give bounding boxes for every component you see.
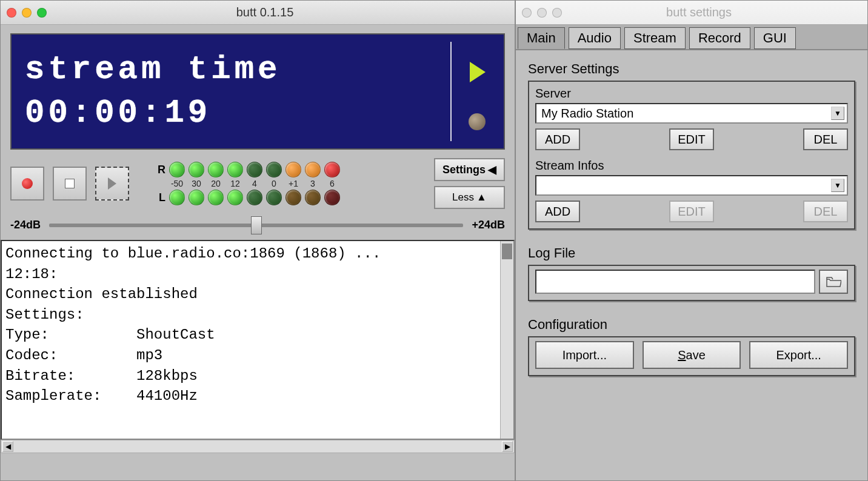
vu-tick: +1	[285, 179, 301, 188]
close-icon[interactable]	[522, 8, 532, 18]
led	[266, 190, 282, 205]
server-settings-panel: Server My Radio Station ▼ ADD EDIT DEL S…	[528, 81, 855, 230]
minimize-icon[interactable]	[22, 8, 32, 18]
save-button[interactable]: Save	[643, 341, 741, 369]
settings-button[interactable]: Settings◀	[434, 158, 505, 181]
tab-gui[interactable]: GUI	[754, 27, 796, 49]
vu-meter: R -50 30 20 12 4 0 +1 3 6	[140, 162, 423, 205]
server-settings-label: Server Settings	[528, 61, 855, 77]
tab-stream[interactable]: Stream	[624, 27, 686, 49]
log-file-label: Log File	[528, 245, 855, 261]
horizontal-scrollbar[interactable]: ◀ ▶	[1, 440, 515, 453]
record-button[interactable]	[10, 167, 44, 201]
vu-tick: 12	[227, 179, 243, 188]
play-indicator-icon	[470, 62, 486, 82]
log-text: Connecting to blue.radio.co:1869 (1868) …	[5, 245, 381, 404]
main-window: butt 0.1.15 stream time 00:00:19 R	[0, 0, 515, 481]
record-indicator-icon	[469, 113, 486, 130]
server-select[interactable]: My Radio Station ▼	[535, 103, 848, 124]
led	[324, 190, 340, 205]
export-button[interactable]: Export...	[749, 341, 848, 369]
server-add-button[interactable]: ADD	[535, 128, 580, 150]
vu-left-row: L	[152, 190, 340, 205]
led	[247, 190, 262, 205]
stream-add-button[interactable]: ADD	[535, 201, 580, 222]
stop-icon	[65, 179, 75, 188]
vu-tick: 0	[266, 179, 282, 188]
led	[247, 162, 262, 177]
configuration-buttons: Import... Save Export...	[535, 341, 848, 369]
settings-window-title: butt settings	[573, 5, 861, 19]
stream-del-button: DEL	[803, 201, 848, 222]
stop-button[interactable]	[53, 167, 87, 201]
tab-label: Stream	[633, 30, 676, 46]
record-icon	[22, 178, 33, 189]
play-icon	[108, 177, 116, 190]
stream-infos-select[interactable]: ▼	[535, 175, 848, 196]
traffic-lights	[522, 8, 562, 18]
vu-tick: -50	[169, 179, 185, 188]
lcd-divider	[450, 42, 452, 141]
led	[169, 190, 185, 205]
less-label: Less	[452, 191, 474, 204]
window-title: butt 0.1.15	[58, 5, 509, 19]
vu-left-label: L	[152, 191, 165, 204]
configuration-label: Configuration	[528, 317, 855, 333]
led	[305, 162, 321, 177]
vu-scale: -50 30 20 12 4 0 +1 3 6	[169, 179, 340, 188]
tab-label: Main	[527, 30, 556, 46]
led	[227, 162, 243, 177]
slider-thumb[interactable]	[251, 216, 262, 234]
log-file-row	[535, 270, 848, 294]
vu-tick: 4	[247, 179, 262, 188]
scroll-left-icon[interactable]: ◀	[2, 441, 13, 452]
tab-audio[interactable]: Audio	[569, 27, 621, 49]
server-edit-button[interactable]: EDIT	[669, 128, 714, 150]
log-file-section: Log File	[528, 243, 855, 301]
vu-tick: 20	[208, 179, 224, 188]
gain-slider[interactable]	[49, 224, 463, 227]
maximize-icon[interactable]	[552, 8, 562, 18]
chevron-left-icon: ◀	[488, 163, 496, 176]
server-del-button[interactable]: DEL	[803, 128, 848, 150]
settings-body: Server Settings Server My Radio Station …	[516, 50, 867, 385]
led	[189, 162, 204, 177]
minimize-icon[interactable]	[537, 8, 547, 18]
titlebar: butt 0.1.15	[1, 1, 515, 25]
stream-infos-label: Stream Infos	[535, 159, 848, 173]
close-icon[interactable]	[7, 8, 16, 18]
tab-record[interactable]: Record	[689, 27, 750, 49]
import-button[interactable]: Import...	[535, 341, 634, 369]
log-area[interactable]: Connecting to blue.radio.co:1869 (1868) …	[1, 240, 515, 440]
led	[285, 162, 301, 177]
server-label: Server	[535, 87, 848, 101]
server-buttons: ADD EDIT DEL	[535, 128, 848, 150]
settings-tabs: Main Audio Stream Record GUI	[516, 25, 867, 50]
scroll-right-icon[interactable]: ▶	[502, 441, 513, 452]
play-button[interactable]	[95, 167, 129, 201]
tab-label: GUI	[763, 30, 787, 46]
chevron-up-icon: ▲	[476, 191, 487, 204]
vu-right-label: R	[152, 164, 165, 176]
led	[285, 190, 301, 205]
lcd-line2: 00:00:19	[25, 97, 446, 130]
lcd-display: stream time 00:00:19	[10, 33, 505, 150]
server-select-value: My Radio Station	[541, 107, 633, 121]
browse-button[interactable]	[819, 270, 848, 294]
scrollbar-thumb[interactable]	[502, 244, 512, 259]
maximize-icon[interactable]	[37, 8, 47, 18]
vertical-scrollbar[interactable]	[500, 241, 513, 439]
led	[305, 190, 321, 205]
tab-main[interactable]: Main	[518, 27, 565, 49]
transport-buttons	[10, 167, 129, 201]
settings-window: butt settings Main Audio Stream Record G…	[515, 0, 868, 481]
led	[227, 190, 243, 205]
chevron-down-icon[interactable]: ▼	[831, 107, 844, 120]
chevron-down-icon[interactable]: ▼	[831, 179, 844, 192]
log-file-panel	[528, 265, 855, 301]
traffic-lights	[7, 8, 47, 18]
less-button[interactable]: Less ▲	[434, 186, 505, 209]
led	[266, 162, 282, 177]
log-file-input[interactable]	[535, 270, 815, 294]
led	[189, 190, 204, 205]
